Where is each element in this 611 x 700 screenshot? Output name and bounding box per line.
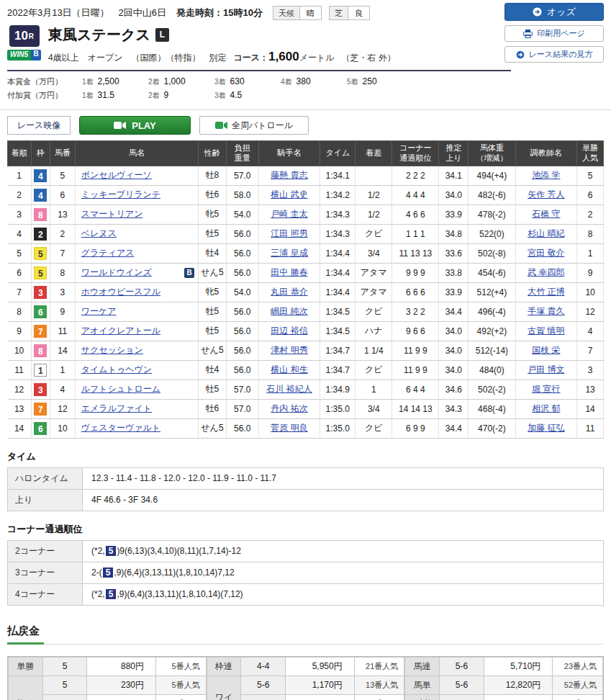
trainer-link[interactable]: 大竹 正博 [528,287,564,297]
horse-name-link[interactable]: アオイクレアトール [81,326,160,336]
jockey-link[interactable]: 横山 和生 [271,364,307,374]
time-row-label: ハロンタイム [8,467,83,489]
finish-position: 14 [8,418,32,438]
horse-name-link[interactable]: ルフトシュトローム [81,384,160,394]
race-result-page: オッズ 印刷用ページ レース結果の見方 2022年3月13日（日曜） 2回中山6… [0,0,611,700]
horse-number: 9 [50,302,76,321]
horse-name-link[interactable]: グラティアス [81,248,135,258]
finish-position: 9 [8,321,32,341]
result-row: 145ボンセルヴィーソ牡857.0藤懸 貴志1:34.12 2 234.1494… [8,166,604,185]
win5-b-mark: B [31,50,41,60]
jockey-link[interactable]: 菅原 明良 [271,423,307,433]
horse-name-link[interactable]: ベレヌス [81,228,117,238]
carried-weight: 56.0 [226,224,258,243]
jockey-link[interactable]: 石川 裕紀人 [266,384,312,394]
trainer-link[interactable]: 杉山 晴紀 [528,228,564,238]
trainer-link[interactable]: 池添 学 [532,170,560,180]
sex-age: 牡5 [199,224,227,243]
finish-position: 7 [8,282,32,302]
jockey-link[interactable]: 津村 明秀 [271,345,307,355]
payout-combination: 5-13 [241,694,286,700]
horse-name-link[interactable]: ワールドウインズ [81,267,152,277]
payout-row: 3連複5-6-139,690円36番人気 [405,694,603,700]
results-column-header: 推定上り [439,141,469,166]
corner-row: 4コーナー(*2,5,9)(6,4)(3,13,11)(1,8,10,14)(7… [8,583,604,605]
corner-passing-order: 6 4 4 [392,380,439,399]
carried-weight: 58.0 [226,185,258,205]
trainer-link[interactable]: 武 幸四郎 [528,267,564,277]
patrol-video-button[interactable]: 全周パトロール [199,116,309,135]
finish-position: 4 [8,224,32,243]
bracket-cell: 7 [31,399,50,418]
jockey-cell: 津村 明秀 [258,341,320,360]
header-line: 単勝 [578,143,602,153]
results-body: 145ボンセルヴィーソ牡857.0藤懸 貴志1:34.12 2 234.1494… [8,166,604,438]
print-page-button[interactable]: 印刷用ページ [504,25,604,42]
jockey-link[interactable]: 田中 勝春 [271,267,307,277]
final-time: 1:34.5 [320,321,356,341]
prize-amount: 1,000 [164,76,186,86]
horse-name-link[interactable]: ボンセルヴィーソ [81,170,152,180]
corner-passing-order: 11 9 9 [392,360,439,380]
trainer-cell: 池添 学 [515,166,577,185]
results-header-row: 着順枠馬番馬名性齢負担重量騎手名タイム着差コーナー通過順位推定上り馬体重（増減）… [8,141,604,166]
trainer-link[interactable]: 宮田 敬介 [528,248,564,258]
corner-passing-order: 3 2 2 [392,302,439,321]
results-column-header: 馬番 [50,141,76,166]
trainer-link[interactable]: 国枝 栄 [532,345,560,355]
final-time: 1:34.7 [320,360,356,380]
jockey-link[interactable]: 田辺 裕信 [271,326,307,336]
bracket-number-badge: 4 [34,169,47,182]
trainer-link[interactable]: 相沢 郁 [532,403,560,413]
payout-popularity: 6番人気 [354,694,404,700]
trainer-link[interactable]: 堀 宣行 [532,384,560,394]
jockey-cell: 横山 武史 [258,185,320,205]
trainer-link[interactable]: 矢作 芳人 [528,189,564,199]
margin: クビ [356,418,392,438]
horse-name-link[interactable]: ミッキーブリランテ [81,189,160,199]
trainer-link[interactable]: 古賀 慎明 [528,326,564,336]
bet-type-label: 単勝 [9,657,43,676]
horse-name-link[interactable]: エメラルファイト [81,403,152,413]
bracket-cell: 1 [31,360,50,380]
trainer-link[interactable]: 石橋 守 [532,209,560,219]
payout-amount: 5,710円 [484,657,553,676]
sex-age: せん5 [199,263,227,282]
prize-amount: 31.5 [98,90,114,100]
odds-button[interactable]: オッズ [504,3,604,21]
result-guide-button[interactable]: レース結果の見方 [504,46,604,63]
jockey-link[interactable]: 江田 照男 [271,228,307,238]
carried-weight: 56.0 [226,321,258,341]
carried-weight: 56.0 [226,263,258,282]
win-popularity: 12 [577,302,604,321]
jockey-link[interactable]: 横山 武史 [271,189,307,199]
turf-label: 芝 [330,6,348,19]
race-video-button[interactable]: レース映像 [7,116,71,135]
trainer-link[interactable]: 加藤 征弘 [528,423,564,433]
prize-amount: 630 [230,76,245,86]
jockey-link[interactable]: 藤懸 貴志 [271,170,307,180]
horse-name-link[interactable]: ワーケア [81,306,117,316]
payout-combination: 5 [42,676,87,694]
horse-name-link[interactable]: タイムトゥヘヴン [81,364,152,374]
jockey-link[interactable]: 嶋田 純次 [271,306,307,316]
win-popularity: 13 [577,380,604,399]
horse-name-cell: スマートリアン [75,205,198,224]
corner-passing-order: 1 1 1 [392,224,439,243]
carried-weight: 57.0 [226,166,258,185]
jockey-link[interactable]: 三浦 皇成 [271,248,307,258]
play-button[interactable]: PLAY [79,116,191,135]
jockey-link[interactable]: 丸田 恭介 [271,287,307,297]
results-column-header: 着差 [356,141,392,166]
horse-name-link[interactable]: サクセッション [81,345,143,355]
horse-name-link[interactable]: ホウオウピースフル [81,287,160,297]
jockey-link[interactable]: 戸崎 圭太 [271,209,307,219]
horse-name-link[interactable]: ヴェスターヴァルト [81,423,160,433]
race-header: 10 R WIN5 B 東風ステークス L 4歳以上 オープン （国際）（特指）… [7,25,511,71]
bracket-number-badge: 2 [34,228,47,241]
jockey-link[interactable]: 丹内 祐次 [271,403,307,413]
results-column-header: コーナー通過順位 [392,141,439,166]
trainer-link[interactable]: 戸田 博文 [528,364,564,374]
horse-name-link[interactable]: スマートリアン [81,209,143,219]
trainer-link[interactable]: 手塚 貴久 [528,306,564,316]
